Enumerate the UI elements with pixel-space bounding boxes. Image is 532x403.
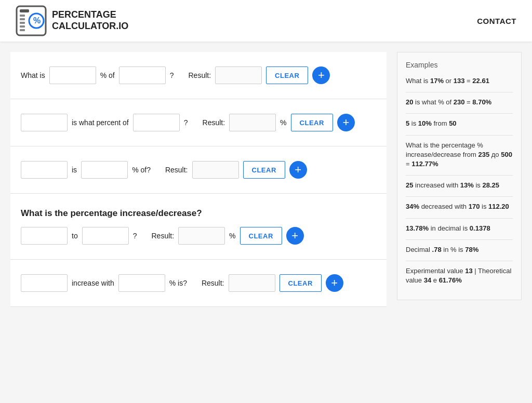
section-what-is-percent: What is % of ? Result: CLEAR + (10, 52, 387, 99)
section-is-percent-of: is % of? Result: CLEAR + (10, 146, 387, 194)
clear-button-3[interactable]: CLEAR (243, 161, 285, 179)
nav-contact[interactable]: CONTACT (477, 17, 516, 25)
svg-rect-3 (20, 18, 25, 20)
svg-rect-5 (20, 25, 25, 28)
label-question-4: ? (133, 232, 137, 240)
percent-symbol-2: % (280, 118, 286, 127)
label-increase-with: increase with (72, 279, 114, 287)
input-val-3b[interactable] (81, 161, 128, 179)
calc-row-1: What is % of ? Result: CLEAR + (21, 66, 376, 84)
example-item-5[interactable]: 25 increased with 13% is 28.25 (406, 181, 513, 190)
clear-button-4[interactable]: CLEAR (240, 227, 282, 245)
divider-2 (406, 113, 513, 114)
calc-row-3: is % of? Result: CLEAR + (21, 161, 376, 179)
input-total-val[interactable] (119, 66, 166, 84)
input-val-4b[interactable] (82, 227, 129, 245)
plus-button-1[interactable]: + (312, 66, 330, 84)
label-what-is: What is (21, 71, 45, 79)
svg-rect-2 (20, 15, 25, 17)
label-question-1: ? (170, 71, 174, 79)
svg-rect-1 (20, 9, 29, 12)
input-val-5a[interactable] (21, 274, 68, 292)
label-is-what-percent-of: is what percent of (72, 118, 129, 127)
result-input-3[interactable] (192, 161, 239, 179)
example-item-7[interactable]: 13.78% in decimal is 0.1378 (406, 224, 513, 233)
divider-5 (406, 196, 513, 197)
example-item-6[interactable]: 34% decreased with 170 is 112.20 (406, 202, 513, 211)
divider-4 (406, 175, 513, 176)
svg-text:%: % (33, 16, 41, 25)
section-is-what-percent: is what percent of ? Result: % CLEAR + (10, 99, 387, 146)
result-input-2[interactable] (229, 114, 276, 131)
plus-button-2[interactable]: + (337, 114, 355, 131)
example-item-1[interactable]: What is 17% or 133 = 22.61 (406, 76, 513, 86)
clear-button-5[interactable]: CLEAR (280, 274, 322, 292)
result-label-2: Result: (203, 118, 225, 127)
calc-area: What is % of ? Result: CLEAR + is what p… (10, 52, 387, 307)
example-item-8[interactable]: Decimal .78 in % is 78% (406, 245, 513, 254)
calc-row-2: is what percent of ? Result: % CLEAR + (21, 114, 376, 131)
clear-button-2[interactable]: CLEAR (291, 114, 333, 131)
section-title-4: What is the percentage increase/decrease… (21, 208, 376, 219)
divider-1 (406, 92, 513, 92)
divider-3 (406, 135, 513, 136)
label-is-3: is (72, 166, 77, 174)
label-percent-is: % is? (169, 279, 187, 287)
label-question-2: ? (184, 118, 188, 127)
header: % PERCENTAGE CALCULATOR.IO CONTACT (0, 0, 532, 42)
plus-button-3[interactable]: + (289, 161, 307, 179)
calc-row-4: to ? Result: % CLEAR + (21, 227, 376, 245)
input-val-2b[interactable] (133, 114, 180, 131)
input-val-2a[interactable] (21, 114, 68, 131)
input-val-3a[interactable] (21, 161, 68, 179)
example-item-2[interactable]: 20 is what % of 230 = 8.70% (406, 98, 513, 107)
label-percent-of-3: % of? (132, 166, 151, 174)
svg-rect-4 (20, 22, 25, 24)
label-percent-of: % of (100, 71, 115, 79)
example-item-4[interactable]: What is the percentage % increase/decrea… (406, 141, 513, 169)
example-item-3[interactable]: 5 is 10% from 50 (406, 119, 513, 128)
plus-button-5[interactable]: + (326, 274, 343, 292)
divider-7 (406, 239, 513, 240)
main-content: What is % of ? Result: CLEAR + is what p… (0, 42, 532, 317)
result-input-1[interactable] (215, 66, 262, 84)
section-percent-increase: What is the percentage increase/decrease… (10, 194, 387, 260)
input-percent-val[interactable] (49, 66, 96, 84)
label-to-4: to (72, 232, 78, 240)
section-increase-with: increase with % is? Result: CLEAR + (10, 260, 387, 307)
input-val-4a[interactable] (21, 227, 68, 245)
result-label-3: Result: (165, 166, 188, 174)
plus-button-4[interactable]: + (286, 227, 304, 245)
divider-8 (406, 261, 513, 261)
logo-text: PERCENTAGE CALCULATOR.IO (52, 9, 128, 32)
logo-icon: % (16, 5, 47, 36)
clear-button-1[interactable]: CLEAR (266, 66, 308, 84)
svg-rect-6 (20, 29, 25, 31)
divider-6 (406, 218, 513, 219)
examples-sidebar: Examples What is 17% or 133 = 22.61 20 i… (397, 52, 522, 300)
result-input-4[interactable] (178, 227, 225, 245)
examples-title: Examples (406, 61, 513, 69)
example-item-9[interactable]: Experimental value 13 | Theoretical valu… (406, 266, 513, 285)
result-label-1: Result: (189, 71, 211, 79)
result-input-5[interactable] (229, 274, 275, 292)
result-label-4: Result: (151, 232, 174, 240)
percent-symbol-4: % (229, 232, 235, 240)
logo-area: % PERCENTAGE CALCULATOR.IO (16, 5, 128, 36)
result-label-5: Result: (202, 279, 224, 287)
input-val-5b[interactable] (118, 274, 165, 292)
calc-row-5: increase with % is? Result: CLEAR + (21, 274, 376, 292)
